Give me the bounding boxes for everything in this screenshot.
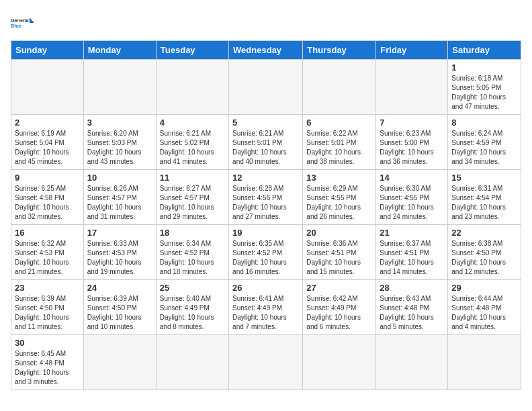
day-number: 24 bbox=[87, 283, 152, 293]
day-info: Sunrise: 6:34 AM Sunset: 4:52 PM Dayligh… bbox=[160, 239, 225, 277]
calendar-week-row: 23Sunrise: 6:39 AM Sunset: 4:50 PM Dayli… bbox=[11, 280, 521, 335]
calendar-cell: 27Sunrise: 6:42 AM Sunset: 4:49 PM Dayli… bbox=[303, 280, 376, 335]
day-info: Sunrise: 6:32 AM Sunset: 4:53 PM Dayligh… bbox=[15, 239, 80, 277]
logo: GeneralBlue bbox=[11, 11, 35, 35]
calendar-cell: 2Sunrise: 6:19 AM Sunset: 5:04 PM Daylig… bbox=[11, 115, 84, 170]
day-info: Sunrise: 6:25 AM Sunset: 4:58 PM Dayligh… bbox=[15, 184, 80, 222]
day-number: 4 bbox=[160, 118, 225, 128]
day-info: Sunrise: 6:42 AM Sunset: 4:49 PM Dayligh… bbox=[306, 294, 372, 332]
day-info: Sunrise: 6:21 AM Sunset: 5:01 PM Dayligh… bbox=[232, 129, 299, 167]
day-number: 2 bbox=[15, 118, 80, 128]
day-number: 10 bbox=[87, 173, 152, 183]
day-info: Sunrise: 6:23 AM Sunset: 5:00 PM Dayligh… bbox=[380, 129, 444, 167]
day-info: Sunrise: 6:26 AM Sunset: 4:57 PM Dayligh… bbox=[87, 184, 152, 222]
svg-marker-2 bbox=[30, 17, 34, 23]
calendar-cell: 13Sunrise: 6:29 AM Sunset: 4:55 PM Dayli… bbox=[303, 170, 376, 225]
day-number: 30 bbox=[15, 338, 80, 348]
calendar-cell: 10Sunrise: 6:26 AM Sunset: 4:57 PM Dayli… bbox=[83, 170, 156, 225]
day-info: Sunrise: 6:36 AM Sunset: 4:51 PM Dayligh… bbox=[306, 239, 372, 277]
day-number: 9 bbox=[15, 173, 80, 183]
calendar-cell bbox=[303, 335, 376, 390]
day-number: 22 bbox=[451, 228, 517, 238]
day-info: Sunrise: 6:37 AM Sunset: 4:51 PM Dayligh… bbox=[380, 239, 444, 277]
day-info: Sunrise: 6:19 AM Sunset: 5:04 PM Dayligh… bbox=[15, 129, 80, 167]
day-number: 15 bbox=[451, 173, 517, 183]
calendar-cell: 22Sunrise: 6:38 AM Sunset: 4:50 PM Dayli… bbox=[448, 225, 521, 280]
day-info: Sunrise: 6:39 AM Sunset: 4:50 PM Dayligh… bbox=[87, 294, 152, 332]
day-number: 8 bbox=[451, 118, 517, 128]
calendar-cell: 16Sunrise: 6:32 AM Sunset: 4:53 PM Dayli… bbox=[11, 225, 84, 280]
day-info: Sunrise: 6:20 AM Sunset: 5:03 PM Dayligh… bbox=[87, 129, 152, 167]
calendar-cell: 14Sunrise: 6:30 AM Sunset: 4:55 PM Dayli… bbox=[376, 170, 448, 225]
calendar-cell: 6Sunrise: 6:22 AM Sunset: 5:01 PM Daylig… bbox=[303, 115, 376, 170]
calendar-week-row: 30Sunrise: 6:45 AM Sunset: 4:48 PM Dayli… bbox=[11, 335, 521, 390]
calendar-cell: 4Sunrise: 6:21 AM Sunset: 5:02 PM Daylig… bbox=[156, 115, 228, 170]
day-number: 6 bbox=[306, 118, 372, 128]
day-info: Sunrise: 6:43 AM Sunset: 4:48 PM Dayligh… bbox=[380, 294, 444, 332]
day-number: 26 bbox=[232, 283, 299, 293]
calendar-cell: 11Sunrise: 6:27 AM Sunset: 4:57 PM Dayli… bbox=[156, 170, 228, 225]
day-info: Sunrise: 6:24 AM Sunset: 4:59 PM Dayligh… bbox=[451, 129, 517, 167]
calendar-cell: 24Sunrise: 6:39 AM Sunset: 4:50 PM Dayli… bbox=[83, 280, 156, 335]
day-info: Sunrise: 6:27 AM Sunset: 4:57 PM Dayligh… bbox=[160, 184, 225, 222]
day-info: Sunrise: 6:44 AM Sunset: 4:48 PM Dayligh… bbox=[451, 294, 517, 332]
calendar-cell: 3Sunrise: 6:20 AM Sunset: 5:03 PM Daylig… bbox=[83, 115, 156, 170]
day-number: 5 bbox=[232, 118, 299, 128]
calendar-week-row: 2Sunrise: 6:19 AM Sunset: 5:04 PM Daylig… bbox=[11, 115, 521, 170]
day-header-saturday: Saturday bbox=[448, 41, 521, 60]
day-info: Sunrise: 6:35 AM Sunset: 4:52 PM Dayligh… bbox=[232, 239, 299, 277]
calendar-cell: 25Sunrise: 6:40 AM Sunset: 4:49 PM Dayli… bbox=[156, 280, 228, 335]
calendar-cell: 5Sunrise: 6:21 AM Sunset: 5:01 PM Daylig… bbox=[229, 115, 303, 170]
day-number: 17 bbox=[87, 228, 152, 238]
calendar-cell bbox=[229, 60, 303, 115]
svg-text:General: General bbox=[11, 17, 29, 24]
calendar-cell bbox=[83, 60, 156, 115]
day-header-friday: Friday bbox=[376, 41, 448, 60]
day-number: 11 bbox=[160, 173, 225, 183]
day-number: 21 bbox=[380, 228, 444, 238]
calendar-cell: 23Sunrise: 6:39 AM Sunset: 4:50 PM Dayli… bbox=[11, 280, 84, 335]
calendar-cell bbox=[448, 335, 521, 390]
calendar-cell: 12Sunrise: 6:28 AM Sunset: 4:56 PM Dayli… bbox=[229, 170, 303, 225]
calendar-cell bbox=[229, 335, 303, 390]
calendar-table: SundayMondayTuesdayWednesdayThursdayFrid… bbox=[11, 40, 521, 390]
calendar-header-row: SundayMondayTuesdayWednesdayThursdayFrid… bbox=[11, 41, 521, 60]
calendar-cell: 28Sunrise: 6:43 AM Sunset: 4:48 PM Dayli… bbox=[376, 280, 448, 335]
calendar-week-row: 16Sunrise: 6:32 AM Sunset: 4:53 PM Dayli… bbox=[11, 225, 521, 280]
calendar-cell: 20Sunrise: 6:36 AM Sunset: 4:51 PM Dayli… bbox=[303, 225, 376, 280]
day-number: 7 bbox=[380, 118, 444, 128]
calendar-cell: 17Sunrise: 6:33 AM Sunset: 4:53 PM Dayli… bbox=[83, 225, 156, 280]
day-number: 12 bbox=[232, 173, 299, 183]
calendar-cell bbox=[11, 60, 84, 115]
day-number: 3 bbox=[87, 118, 152, 128]
calendar-cell: 21Sunrise: 6:37 AM Sunset: 4:51 PM Dayli… bbox=[376, 225, 448, 280]
calendar-cell: 15Sunrise: 6:31 AM Sunset: 4:54 PM Dayli… bbox=[448, 170, 521, 225]
day-info: Sunrise: 6:28 AM Sunset: 4:56 PM Dayligh… bbox=[232, 184, 299, 222]
day-info: Sunrise: 6:30 AM Sunset: 4:55 PM Dayligh… bbox=[380, 184, 444, 222]
day-number: 20 bbox=[306, 228, 372, 238]
logo-icon: GeneralBlue bbox=[11, 11, 35, 35]
day-number: 28 bbox=[380, 283, 444, 293]
day-number: 14 bbox=[380, 173, 444, 183]
day-header-monday: Monday bbox=[83, 41, 156, 60]
day-number: 29 bbox=[451, 283, 517, 293]
calendar-cell bbox=[83, 335, 156, 390]
calendar-cell: 8Sunrise: 6:24 AM Sunset: 4:59 PM Daylig… bbox=[448, 115, 521, 170]
day-number: 16 bbox=[15, 228, 80, 238]
calendar-week-row: 9Sunrise: 6:25 AM Sunset: 4:58 PM Daylig… bbox=[11, 170, 521, 225]
day-number: 13 bbox=[306, 173, 372, 183]
day-header-thursday: Thursday bbox=[303, 41, 376, 60]
day-info: Sunrise: 6:40 AM Sunset: 4:49 PM Dayligh… bbox=[160, 294, 225, 332]
day-number: 18 bbox=[160, 228, 225, 238]
calendar-cell bbox=[376, 335, 448, 390]
day-info: Sunrise: 6:18 AM Sunset: 5:05 PM Dayligh… bbox=[451, 74, 517, 111]
calendar-week-row: 1Sunrise: 6:18 AM Sunset: 5:05 PM Daylig… bbox=[11, 60, 521, 115]
calendar-cell: 1Sunrise: 6:18 AM Sunset: 5:05 PM Daylig… bbox=[448, 60, 521, 115]
day-info: Sunrise: 6:38 AM Sunset: 4:50 PM Dayligh… bbox=[451, 239, 517, 277]
day-info: Sunrise: 6:39 AM Sunset: 4:50 PM Dayligh… bbox=[15, 294, 80, 332]
day-number: 23 bbox=[15, 283, 80, 293]
day-info: Sunrise: 6:22 AM Sunset: 5:01 PM Dayligh… bbox=[306, 129, 372, 167]
day-number: 27 bbox=[306, 283, 372, 293]
day-header-wednesday: Wednesday bbox=[229, 41, 303, 60]
calendar-cell: 9Sunrise: 6:25 AM Sunset: 4:58 PM Daylig… bbox=[11, 170, 84, 225]
